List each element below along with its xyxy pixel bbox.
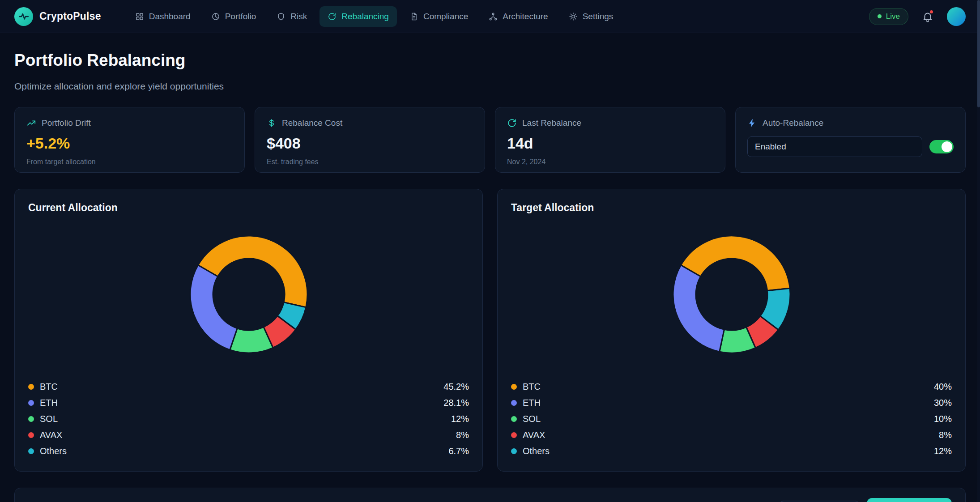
legend-label: Others	[523, 446, 550, 456]
nav-item-architecture[interactable]: Architecture	[481, 6, 556, 27]
refresh-icon	[507, 118, 517, 128]
legend-dot-icon	[28, 400, 34, 406]
trades-primary-button[interactable]	[867, 498, 952, 502]
legend-row[interactable]: Others 12%	[511, 443, 952, 459]
current-allocation-donut[interactable]	[188, 234, 310, 355]
legend-value: 8%	[939, 430, 952, 440]
chart-legend: BTC 45.2% ETH 28.1% SOL 12% AVAX 8%	[28, 379, 469, 459]
brand[interactable]: CryptoPulse	[14, 7, 101, 26]
legend-label: BTC	[523, 382, 541, 392]
live-dot-icon	[878, 14, 882, 18]
stat-sub: Est. trading fees	[267, 158, 473, 166]
legend-row[interactable]: AVAX 8%	[511, 427, 952, 443]
auto-rebalance-status-field[interactable]: Enabled	[747, 136, 922, 157]
target-allocation-card: Target Allocation BTC 40% ETH 30% SOL	[497, 189, 966, 472]
auto-rebalance-toggle[interactable]	[929, 140, 954, 153]
legend-label: Others	[40, 446, 67, 456]
shield-icon	[277, 12, 285, 21]
live-badge[interactable]: Live	[869, 8, 908, 25]
legend-label: AVAX	[523, 430, 545, 440]
legend-dot-icon	[28, 448, 34, 454]
legend-label: ETH	[523, 398, 541, 408]
nav-item-settings[interactable]: Settings	[561, 6, 622, 27]
stat-value: $408	[267, 135, 473, 152]
legend-dot-icon	[511, 432, 517, 438]
legend-label: SOL	[523, 414, 541, 424]
network-icon	[489, 12, 498, 21]
legend-value: 30%	[934, 398, 952, 408]
notifications-button[interactable]	[922, 11, 933, 22]
nav-item-rebalancing[interactable]: Rebalancing	[320, 6, 397, 27]
stat-label: Auto-Rebalance	[763, 118, 823, 128]
legend-row[interactable]: SOL 10%	[511, 411, 952, 427]
refresh-icon	[328, 12, 337, 21]
document-icon	[409, 12, 418, 21]
chart-title: Target Allocation	[511, 202, 952, 214]
legend-row[interactable]: BTC 45.2%	[28, 379, 469, 395]
brand-name: CryptoPulse	[39, 10, 101, 22]
stat-card-portfolio-drift: Portfolio Drift +5.2% From target alloca…	[14, 107, 245, 173]
legend-label: BTC	[40, 382, 58, 392]
legend-value: 45.2%	[443, 382, 469, 392]
dollar-icon	[267, 118, 277, 128]
legend-dot-icon	[511, 384, 517, 390]
allocation-charts: Current Allocation BTC 45.2% ETH 28.1% S…	[14, 189, 966, 472]
logo-icon	[14, 7, 33, 26]
avatar[interactable]	[947, 7, 966, 26]
nav-label: Dashboard	[149, 12, 191, 21]
target-allocation-donut[interactable]	[671, 234, 793, 355]
nav-label: Risk	[290, 12, 307, 21]
legend-dot-icon	[28, 384, 34, 390]
scrollbar[interactable]	[977, 0, 980, 502]
legend-label: SOL	[40, 414, 58, 424]
current-allocation-card: Current Allocation BTC 45.2% ETH 28.1% S…	[14, 189, 483, 472]
legend-row[interactable]: ETH 30%	[511, 395, 952, 411]
stat-value: +5.2%	[26, 135, 233, 152]
legend-row[interactable]: BTC 40%	[511, 379, 952, 395]
nav-item-dashboard[interactable]: Dashboard	[127, 6, 199, 27]
main-content: Portfolio Rebalancing Optimize allocatio…	[0, 51, 980, 502]
proposed-trades-title: Proposed Rebalancing Trades	[28, 498, 195, 502]
proposed-trades-card: Proposed Rebalancing Trades	[14, 488, 966, 502]
legend-value: 10%	[934, 414, 952, 424]
nav-item-risk[interactable]: Risk	[268, 6, 315, 27]
legend-row[interactable]: AVAX 8%	[28, 427, 469, 443]
donut-chart-wrap	[28, 234, 469, 355]
stat-sub: From target allocation	[26, 158, 233, 166]
nav-right: Live	[869, 7, 966, 26]
scrollbar-thumb[interactable]	[977, 0, 980, 107]
grid-icon	[135, 12, 144, 21]
stat-card-last-rebalance: Last Rebalance 14d Nov 2, 2024	[495, 107, 725, 173]
chart-legend: BTC 40% ETH 30% SOL 10% AVAX 8%	[511, 379, 952, 459]
legend-value: 6.7%	[448, 446, 469, 456]
legend-value: 12%	[451, 414, 469, 424]
nav-label: Settings	[583, 12, 614, 21]
legend-value: 40%	[934, 382, 952, 392]
stat-card-auto-rebalance: Auto-Rebalance Enabled	[735, 107, 966, 173]
page-title: Portfolio Rebalancing	[14, 51, 966, 70]
live-label: Live	[886, 12, 900, 21]
stat-card-rebalance-cost: Rebalance Cost $408 Est. trading fees	[255, 107, 485, 173]
donut-chart-wrap	[511, 234, 952, 355]
legend-dot-icon	[28, 432, 34, 438]
legend-row[interactable]: SOL 12%	[28, 411, 469, 427]
trending-up-icon	[26, 118, 36, 128]
nav-label: Portfolio	[225, 12, 256, 21]
legend-label: ETH	[40, 398, 58, 408]
legend-row[interactable]: Others 6.7%	[28, 443, 469, 459]
page-subtitle: Optimize allocation and explore yield op…	[14, 81, 966, 92]
top-nav: CryptoPulse Dashboard Portfolio Risk	[0, 0, 980, 33]
nav-item-portfolio[interactable]: Portfolio	[203, 6, 264, 27]
nav-item-compliance[interactable]: Compliance	[401, 6, 476, 27]
stat-label: Rebalance Cost	[282, 118, 342, 128]
gear-icon	[569, 12, 578, 21]
stat-label: Last Rebalance	[522, 118, 581, 128]
nav-label: Compliance	[423, 12, 468, 21]
legend-label: AVAX	[40, 430, 62, 440]
legend-dot-icon	[511, 416, 517, 422]
legend-row[interactable]: ETH 28.1%	[28, 395, 469, 411]
nav-label: Architecture	[503, 12, 548, 21]
legend-dot-icon	[28, 416, 34, 422]
pie-chart-icon	[211, 12, 220, 21]
legend-value: 12%	[934, 446, 952, 456]
